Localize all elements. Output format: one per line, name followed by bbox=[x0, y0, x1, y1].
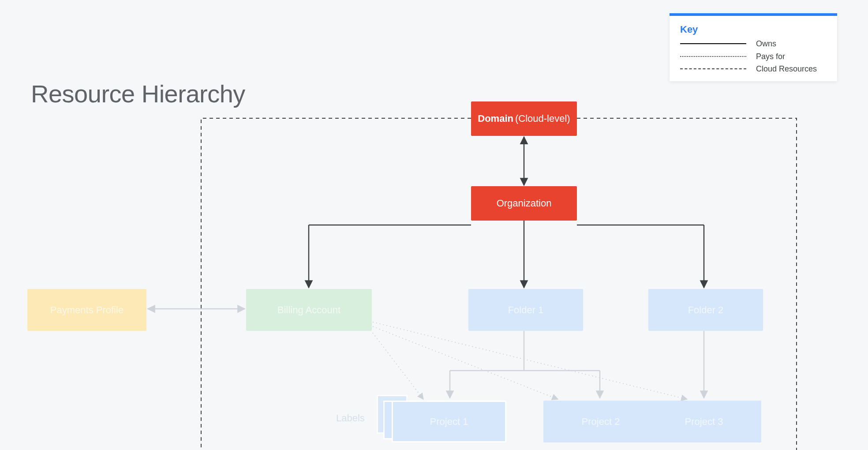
node-project2-title: Project 2 bbox=[582, 416, 620, 428]
page-title: Resource Hierarchy bbox=[31, 79, 245, 108]
node-folder2-title: Folder 2 bbox=[688, 304, 724, 316]
legend-label-owns: Owns bbox=[756, 39, 827, 49]
node-payments-title: Payments Profile bbox=[50, 304, 123, 316]
node-folder1-title: Folder 1 bbox=[508, 304, 544, 316]
legend-box: Key Owns Pays for Cloud Resources bbox=[670, 13, 837, 81]
node-project3: Project 3 bbox=[647, 401, 761, 442]
node-folder1: Folder 1 bbox=[468, 289, 583, 331]
node-project1: Project 1 bbox=[392, 401, 506, 442]
edge-billing-proj2 bbox=[373, 326, 558, 399]
legend-label-paysfor: Pays for bbox=[756, 52, 827, 62]
node-project2: Project 2 bbox=[543, 401, 658, 442]
labels-text: Labels bbox=[336, 412, 365, 424]
legend-row-cloud: Cloud Resources bbox=[680, 64, 827, 74]
legend-label-cloud: Cloud Resources bbox=[756, 64, 827, 74]
edge-billing-proj1 bbox=[370, 330, 423, 399]
node-billing-account: Billing Account bbox=[246, 289, 372, 331]
node-domain-title: Domain bbox=[478, 113, 513, 124]
node-project1-title: Project 1 bbox=[430, 416, 468, 428]
node-payments-profile: Payments Profile bbox=[27, 289, 146, 331]
node-domain-subtitle: (Cloud-level) bbox=[515, 113, 570, 124]
diagram-canvas: Resource Hierarchy bbox=[0, 0, 868, 450]
legend-line-solid bbox=[680, 43, 746, 44]
node-folder2: Folder 2 bbox=[648, 289, 763, 331]
node-project3-title: Project 3 bbox=[685, 416, 723, 428]
node-billing-title: Billing Account bbox=[277, 304, 340, 316]
legend-row-owns: Owns bbox=[680, 39, 827, 49]
legend-line-dotted bbox=[680, 56, 746, 57]
node-organization: Organization bbox=[471, 186, 577, 221]
node-domain: Domain(Cloud-level) bbox=[471, 101, 577, 136]
legend-title: Key bbox=[680, 24, 827, 35]
node-organization-title: Organization bbox=[497, 198, 552, 209]
legend-row-paysfor: Pays for bbox=[680, 52, 827, 62]
legend-line-dashed bbox=[680, 68, 746, 69]
edge-billing-proj3 bbox=[373, 322, 687, 399]
